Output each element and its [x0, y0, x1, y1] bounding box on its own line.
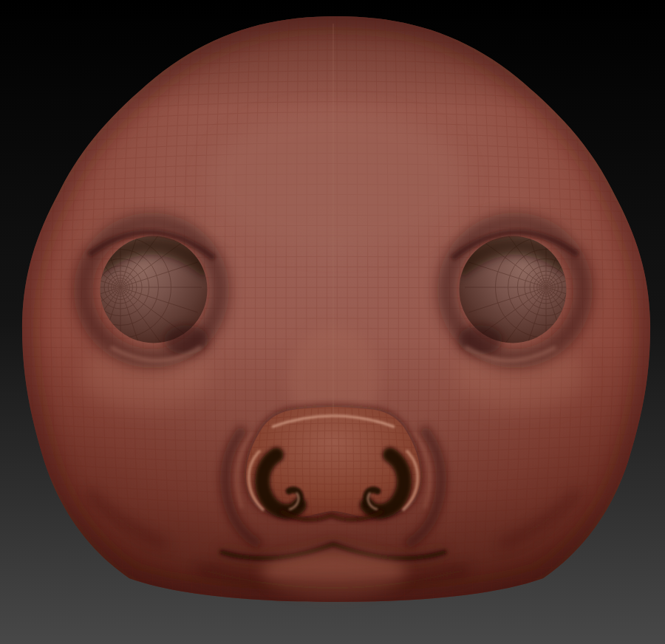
forehead-highlight: [207, 111, 466, 251]
eye-inner-corner-shadow: [164, 325, 208, 354]
sculpt-viewport-canvas[interactable]: [0, 0, 665, 644]
